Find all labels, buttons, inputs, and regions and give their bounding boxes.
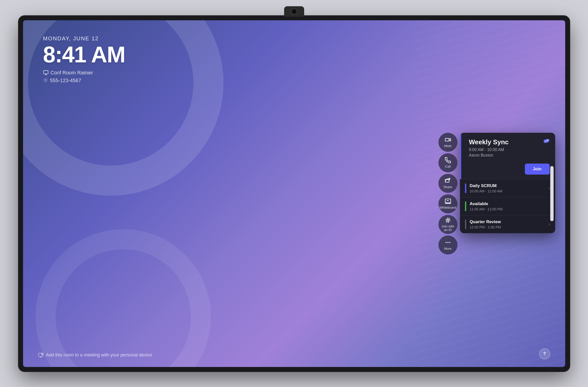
meeting-item-content-quarter-review: Quarter Review 12:00 PM - 1:00 PM [470,219,547,229]
join-with-id-label: Join withan ID [441,225,454,232]
featured-meeting-organizer: Aaron Buxton [469,153,550,158]
chevron-right-quarter-icon: › [549,222,550,227]
accent-bar-daily-scrum [465,183,466,193]
camera-lens-inner [293,10,296,13]
join-button[interactable]: Join [525,164,550,175]
featured-meeting-title: Weekly Sync [469,138,509,146]
svg-rect-0 [43,71,48,74]
monitor-frame: MONDAY, JUNE 12 8:41 AM Conf Room Rainie… [19,16,570,371]
meeting-item-quarter-review[interactable]: Quarter Review 12:00 PM - 1:00 PM › [460,215,555,233]
svg-point-8 [46,80,47,80]
svg-point-4 [45,79,46,79]
share-label: Share [443,185,452,189]
webcam [284,6,304,17]
svg-point-7 [45,80,46,80]
nav-button-meet[interactable]: Meet [438,133,457,152]
monitor-icon [43,70,49,75]
quarter-review-title: Quarter Review [470,219,547,224]
phone-row: 555-123-4567 [43,78,125,83]
stylus [550,166,554,221]
accent-bar-quarter-review [465,219,466,229]
quarter-review-time: 12:00 PM - 1:00 PM [470,225,547,229]
time-display: 8:41 AM [43,43,125,66]
teams-icon: T T [543,138,550,145]
meeting-panel: Weekly Sync T T 9 [460,133,555,233]
available-title: Available [470,201,550,206]
svg-point-5 [46,79,47,79]
bg-circle-2 [36,229,211,367]
svg-point-29 [445,242,446,243]
svg-line-28 [448,218,449,223]
accent-bar-available [465,201,466,211]
add-room-text: Add this room to a meeting with your per… [46,352,152,358]
nav-button-whiteboard[interactable]: Whiteboard [438,194,457,213]
svg-point-11 [46,81,47,81]
svg-point-30 [447,242,448,243]
device-wrapper: MONDAY, JUNE 12 8:41 AM Conf Room Rainie… [19,16,570,371]
featured-accent-bar [460,133,461,179]
available-time: 11:00 AM - 12:00 PM [470,207,550,211]
add-to-meeting-icon [38,352,44,358]
meeting-item-content-available: Available 11:00 AM - 12:00 PM [470,201,550,211]
more-icon [445,239,451,246]
svg-point-10 [45,81,46,81]
featured-meeting-time: 9:00 AM - 10:00 AM [469,148,550,152]
svg-point-12 [45,82,46,82]
call-label: Call [445,165,450,168]
svg-point-9 [44,81,45,81]
featured-meeting: Weekly Sync T T 9 [460,133,555,179]
whiteboard-icon [445,198,451,205]
meeting-item-daily-scrum[interactable]: Daily SCRUM 10:00 AM - 11:00 AM › [460,179,555,197]
daily-scrum-title: Daily SCRUM [470,183,547,188]
right-section: Meet Call [438,133,555,254]
svg-line-27 [447,218,447,223]
svg-point-31 [449,242,450,243]
screen: MONDAY, JUNE 12 8:41 AM Conf Room Rainie… [23,20,565,367]
room-row: Conf Room Rainier [43,70,125,76]
camera-lens [291,8,298,15]
side-nav: Meet Call [438,133,457,254]
help-icon: ? [543,351,546,356]
svg-point-6 [44,80,45,80]
svg-rect-19 [445,138,449,141]
help-button[interactable]: ? [539,348,550,359]
daily-scrum-time: 10:00 AM - 11:00 AM [470,189,547,193]
meet-label: Meet [444,144,451,148]
dialpad-icon [43,78,48,83]
date-display: MONDAY, JUNE 12 [43,35,125,42]
hashtag-icon [445,217,451,223]
svg-text:T: T [547,140,548,142]
featured-meeting-header: Weekly Sync T T [469,138,550,146]
top-left-info: MONDAY, JUNE 12 8:41 AM Conf Room Rainie… [43,35,125,83]
more-label: More [444,247,452,250]
meeting-item-available: Available 11:00 AM - 12:00 PM [460,197,555,215]
video-icon [445,137,451,143]
nav-button-share[interactable]: Share [438,174,457,193]
nav-button-more[interactable]: More [438,235,457,254]
phone-number: 555-123-4567 [50,78,81,83]
phone-icon [445,157,451,164]
whiteboard-label: Whiteboard [439,206,456,209]
nav-button-call[interactable]: Call [438,153,457,172]
nav-button-join-with-id[interactable]: Join withan ID [438,215,457,234]
svg-text:T: T [544,140,546,143]
share-icon [445,178,451,184]
room-name: Conf Room Rainier [51,70,93,76]
meeting-item-content-daily-scrum: Daily SCRUM 10:00 AM - 11:00 AM [470,183,547,193]
add-room-hint: Add this room to a meeting with your per… [38,352,152,358]
svg-rect-21 [445,199,451,203]
svg-point-3 [44,79,45,79]
